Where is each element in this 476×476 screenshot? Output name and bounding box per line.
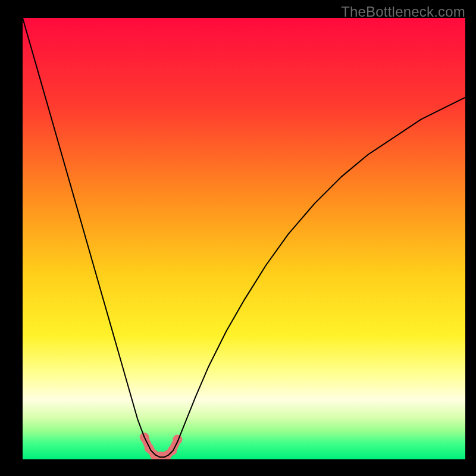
right-dip-dot-1: [167, 446, 177, 455]
plot-area: [23, 18, 465, 459]
chart-background: [23, 18, 465, 459]
chart-frame: TheBottleneck.com: [0, 0, 476, 476]
chart-svg: [23, 18, 465, 459]
